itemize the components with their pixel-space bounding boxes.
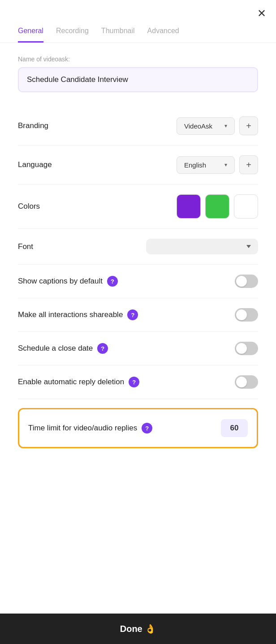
auto-reply-deletion-help-icon[interactable]: ? [129,377,139,387]
branding-chevron-icon: ▾ [224,123,227,129]
schedule-close-label: Schedule a close date [18,344,93,353]
branding-add-button[interactable]: + [239,116,258,135]
language-add-button[interactable]: + [239,155,258,174]
make-shareable-help-icon[interactable]: ? [127,309,138,320]
color-swatches [177,194,258,219]
tab-thumbnail[interactable]: Thumbnail [101,27,135,43]
color-swatch-purple[interactable] [177,194,201,219]
time-limit-label: Time limit for video/audio replies [28,424,137,433]
schedule-close-help-icon[interactable]: ? [97,343,108,354]
make-shareable-label: Make all interactions shareable [18,310,123,319]
main-content: Name of videoask: Branding VideoAsk ▾ + … [0,43,276,448]
done-button[interactable]: Done 👌 [0,623,276,634]
color-swatch-white[interactable] [234,194,258,219]
time-limit-label-group: Time limit for video/audio replies ? [28,423,152,434]
colors-row: Colors [18,185,258,229]
show-captions-toggle[interactable] [235,275,258,288]
close-icon: ✕ [257,7,266,19]
show-captions-label-group: Show captions by default ? [18,276,118,287]
branding-dropdown[interactable]: VideoAsk ▾ [177,117,235,135]
language-dropdown[interactable]: English ▾ [177,156,235,174]
schedule-close-label-group: Schedule a close date ? [18,343,108,354]
tab-general[interactable]: General [18,27,43,43]
tab-recording[interactable]: Recording [56,27,89,43]
show-captions-label: Show captions by default [18,277,103,286]
auto-reply-deletion-row: Enable automatic reply deletion ? [18,365,258,399]
language-controls: English ▾ + [177,155,258,174]
plus-icon: + [246,121,251,131]
branding-controls: VideoAsk ▾ + [177,116,258,135]
time-limit-section: Time limit for video/audio replies ? 60 [18,408,258,448]
font-row: Font [18,229,258,265]
make-shareable-label-group: Make all interactions shareable ? [18,309,138,320]
done-bar: Done 👌 [0,614,276,644]
make-shareable-row: Make all interactions shareable ? [18,298,258,332]
colors-label: Colors [18,202,40,211]
schedule-close-row: Schedule a close date ? [18,332,258,365]
tabs-container: General Recording Thumbnail Advanced [0,0,276,43]
font-chevron-icon [246,245,251,248]
auto-reply-deletion-label-group: Enable automatic reply deletion ? [18,377,139,387]
plus-icon-lang: + [246,160,251,170]
close-button[interactable]: ✕ [257,8,266,19]
time-limit-help-icon[interactable]: ? [142,423,152,434]
make-shareable-toggle[interactable] [235,308,258,322]
language-chevron-icon: ▾ [224,162,227,168]
name-field-container: Name of videoask: [18,56,258,107]
language-selected: English [184,161,206,169]
name-field-label: Name of videoask: [18,56,258,63]
show-captions-row: Show captions by default ? [18,265,258,298]
time-limit-value[interactable]: 60 [221,419,248,437]
font-label: Font [18,242,33,251]
color-swatch-green[interactable] [205,194,229,219]
auto-reply-deletion-label: Enable automatic reply deletion [18,378,124,386]
branding-row: Branding VideoAsk ▾ + [18,107,258,146]
show-captions-help-icon[interactable]: ? [107,276,118,287]
done-label: Done 👌 [120,623,156,634]
branding-selected: VideoAsk [184,122,212,130]
auto-reply-deletion-toggle[interactable] [235,375,258,389]
tab-advanced[interactable]: Advanced [147,27,179,43]
language-label: Language [18,160,52,169]
font-dropdown[interactable] [146,239,258,254]
language-row: Language English ▾ + [18,146,258,185]
name-input[interactable] [18,67,258,92]
schedule-close-toggle[interactable] [235,342,258,355]
branding-label: Branding [18,121,48,130]
